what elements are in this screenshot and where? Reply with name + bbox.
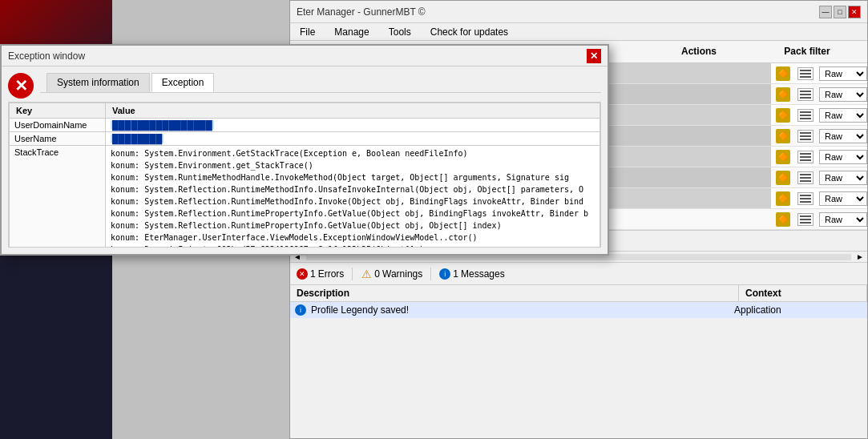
messages-label: Messages: [461, 268, 505, 280]
row-list-btn[interactable]: [795, 109, 819, 122]
row-gold-icon: 🔶: [771, 108, 795, 123]
menu-manage[interactable]: Manage: [328, 25, 375, 39]
exception-error-icon: ✕: [8, 73, 34, 99]
log-table: Description Context i Profile Legendy sa…: [290, 284, 867, 318]
warnings-label: Warnings: [382, 268, 422, 280]
log-col-description: Description: [290, 285, 739, 301]
row-gold-icon: 🔶: [771, 66, 795, 81]
row-list-btn[interactable]: [795, 192, 819, 205]
info-icon: i: [439, 268, 450, 280]
menu-check-updates[interactable]: Check for updates: [424, 25, 515, 39]
warnings-count: 0: [374, 268, 380, 280]
key-username: UserName: [10, 132, 106, 146]
row-list-btn[interactable]: [795, 67, 819, 80]
stack-line-5: konum: System.Reflection.RuntimeMethodIn…: [111, 195, 595, 207]
close-button[interactable]: ✕: [848, 6, 861, 18]
row-list-btn[interactable]: [795, 130, 819, 143]
divider: [352, 268, 353, 280]
log-col-context: Context: [739, 285, 867, 301]
value-header: Value: [106, 103, 600, 119]
exception-content: System information Exception: [40, 73, 601, 93]
row-username: UserName ████████: [10, 132, 600, 146]
exception-title: Exception window: [8, 50, 85, 62]
stack-line-2: konum: System.Environment.get_StackTrace…: [111, 159, 595, 171]
row-gold-icon: 🔶: [771, 87, 795, 102]
tab-exception[interactable]: Exception: [151, 73, 215, 92]
exception-scroll-area[interactable]: Key Value UserDomainName ███████████████…: [9, 103, 600, 247]
row-list-btn[interactable]: [795, 171, 819, 184]
masked-value: ████████████████: [111, 120, 214, 130]
warnings-badge[interactable]: ⚠ 0 Warnings: [361, 268, 422, 280]
row-list-btn[interactable]: [795, 213, 819, 226]
error-bar: ✕ 1 Errors ⚠ 0 Warnings i 1 Messages: [290, 262, 867, 284]
pack-filter-select[interactable]: Raw: [819, 150, 867, 164]
row-gold-icon: 🔶: [771, 212, 795, 227]
log-row: i Profile Legendy saved! Application: [290, 302, 867, 318]
exception-window: Exception window ✕ ✕ System information …: [0, 44, 609, 256]
errors-label: Errors: [318, 268, 345, 280]
row-list-btn[interactable]: [795, 151, 819, 163]
pack-filter-select[interactable]: Raw: [819, 87, 867, 102]
log-info-icon: i: [295, 304, 306, 316]
stack-line-9: konum: DynamicInjector003bad57c622419696…: [111, 244, 595, 247]
col-header-actions: Actions: [651, 44, 747, 59]
row-gold-icon: 🔶: [771, 150, 795, 164]
row-gold-icon: 🔶: [771, 129, 795, 143]
messages-badge[interactable]: i 1 Messages: [439, 268, 504, 280]
tab-system-information[interactable]: System information: [46, 73, 150, 92]
val-username: ████████: [106, 132, 600, 146]
menu-bar: File Manage Tools Check for updates: [290, 23, 867, 41]
row-gold-icon: 🔶: [771, 171, 795, 185]
stack-line-3: konum: System.RuntimeMethodHandle.Invoke…: [111, 171, 595, 183]
exception-table: Key Value UserDomainName ███████████████…: [9, 103, 600, 247]
log-message: Profile Legendy saved!: [311, 304, 734, 316]
exception-body: ✕ System information Exception: [2, 66, 608, 102]
title-bar: Eter Manager - GunnerMBT © — □ ✕: [290, 1, 867, 23]
maximize-button[interactable]: □: [834, 6, 846, 18]
stack-line-7: konum: System.Reflection.RuntimeProperty…: [111, 220, 595, 232]
errors-count: 1: [310, 268, 316, 280]
stack-line-4: konum: System.Reflection.RuntimeMethodIn…: [111, 183, 595, 195]
pack-filter-select[interactable]: Raw: [819, 171, 867, 185]
exception-table-wrapper: Key Value UserDomainName ███████████████…: [8, 102, 601, 248]
row-list-btn[interactable]: [795, 88, 819, 101]
key-userdomainname: UserDomainName: [10, 119, 106, 132]
pack-filter-select[interactable]: Raw: [819, 129, 867, 143]
row-userdomainname: UserDomainName ████████████████: [10, 119, 600, 132]
warning-icon: ⚠: [361, 268, 372, 280]
key-stacktrace: StackTrace: [10, 146, 106, 248]
log-header: Description Context: [290, 285, 867, 302]
divider: [430, 268, 431, 280]
pack-filter-select[interactable]: Raw: [819, 212, 867, 227]
masked-value: ████████: [111, 134, 164, 143]
scroll-right-icon[interactable]: ►: [853, 252, 867, 261]
col-header-packfilter: Pack filter: [747, 44, 867, 59]
stack-line-8: konum: EterManager.UserInterface.ViewMod…: [111, 232, 595, 244]
exception-tabs: System information Exception: [40, 73, 601, 93]
row-stacktrace: StackTrace konum: System.Environment.Get…: [10, 146, 600, 248]
window-controls: — □ ✕: [819, 6, 861, 18]
errors-badge[interactable]: ✕ 1 Errors: [297, 268, 344, 280]
val-userdomainname: ████████████████: [106, 119, 600, 132]
pack-filter-select[interactable]: Raw: [819, 66, 867, 81]
pack-filter-select[interactable]: Raw: [819, 191, 867, 206]
error-icon: ✕: [297, 268, 308, 280]
minimize-button[interactable]: —: [819, 6, 832, 18]
stack-line-6: konum: System.Reflection.RuntimeProperty…: [111, 207, 595, 220]
exception-title-bar: Exception window ✕: [2, 46, 608, 66]
key-header: Key: [10, 103, 106, 119]
row-gold-icon: 🔶: [771, 191, 795, 206]
pack-filter-select[interactable]: Raw: [819, 108, 867, 123]
stacktrace-text: konum: System.Environment.GetStackTrace(…: [111, 147, 595, 247]
app-title: Eter Manager - GunnerMBT ©: [297, 6, 426, 18]
log-context: Application: [734, 304, 862, 316]
stack-line-1: konum: System.Environment.GetStackTrace(…: [111, 147, 595, 159]
val-stacktrace: konum: System.Environment.GetStackTrace(…: [106, 146, 600, 248]
menu-tools[interactable]: Tools: [382, 25, 418, 39]
exception-close-button[interactable]: ✕: [587, 49, 601, 63]
messages-count: 1: [453, 268, 458, 280]
menu-file[interactable]: File: [293, 25, 321, 39]
